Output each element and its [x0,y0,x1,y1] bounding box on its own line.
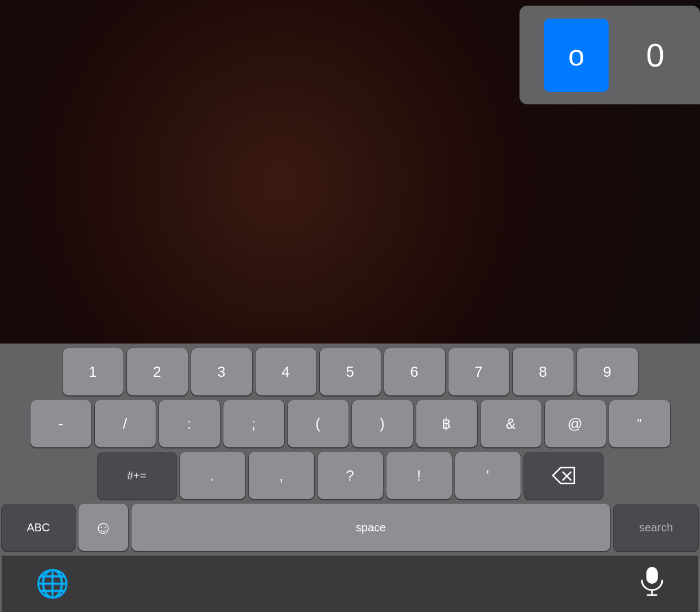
keyboard-row-numbers: 1 2 3 4 5 6 7 8 9 [2,348,698,395]
key-space[interactable]: space [131,504,610,551]
keyboard-row-bottom: ABC ☺ space search [2,504,698,551]
key-4[interactable]: 4 [256,348,316,395]
key-emoji[interactable]: ☺ [78,504,128,551]
key-1[interactable]: 1 [63,348,124,395]
key-abc[interactable]: ABC [2,504,75,551]
backspace-icon [552,466,575,485]
key-apostrophe[interactable]: ' [455,452,521,499]
key-minus[interactable]: - [30,400,91,447]
key-period[interactable]: . [180,452,245,499]
key-hash-plus-equals[interactable]: #+= [98,452,177,499]
microphone-icon[interactable] [640,566,664,602]
key-comma[interactable]: , [249,452,314,499]
key-search[interactable]: search [614,504,698,551]
key-close-paren[interactable]: ) [352,400,413,447]
key-6[interactable]: 6 [384,348,445,395]
key-ampersand[interactable]: & [481,400,541,447]
key-at[interactable]: @ [545,400,606,447]
key-exclamation[interactable]: ! [386,452,452,499]
key-backspace[interactable] [524,452,603,499]
popup-key-normal-char: 0 [635,30,676,80]
popup-key-active-char: o [568,38,584,72]
key-2[interactable]: 2 [127,348,188,395]
popup-key-container: o 0 [520,6,700,104]
key-baht[interactable]: ฿ [416,400,477,447]
key-open-paren[interactable]: ( [288,400,349,447]
key-colon[interactable]: : [159,400,220,447]
key-question[interactable]: ? [318,452,383,499]
key-slash[interactable]: / [95,400,156,447]
key-quote[interactable]: " [609,400,670,447]
popup-key-active: o [544,19,609,92]
keyboard: 1 2 3 4 5 6 7 8 9 - / : ; ( ) ฿ & @ " #+… [0,344,700,612]
globe-icon[interactable]: 🌐 [36,568,69,600]
key-5[interactable]: 5 [320,348,381,395]
svg-rect-2 [646,567,658,584]
keyboard-row-special: #+= . , ? ! ' [2,452,698,499]
key-7[interactable]: 7 [448,348,509,395]
bottom-bar: 🌐 [2,556,698,612]
key-3[interactable]: 3 [191,348,252,395]
key-semicolon[interactable]: ; [223,400,284,447]
key-8[interactable]: 8 [513,348,574,395]
key-9[interactable]: 9 [577,348,638,395]
keyboard-row-symbols: - / : ; ( ) ฿ & @ " [2,400,698,447]
